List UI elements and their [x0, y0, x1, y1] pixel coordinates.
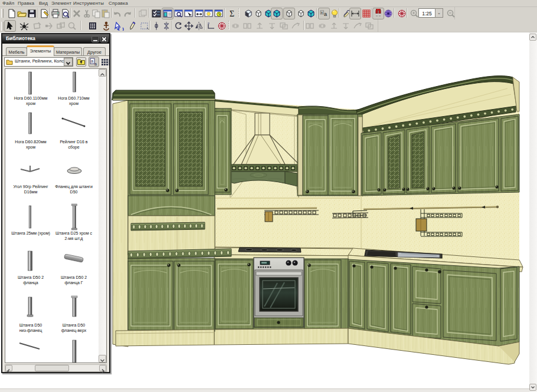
svg-text:a: a: [91, 59, 93, 63]
svg-text:Σ: Σ: [230, 9, 234, 18]
svg-text:a: a: [94, 62, 97, 66]
svg-text:a: a: [324, 11, 327, 17]
